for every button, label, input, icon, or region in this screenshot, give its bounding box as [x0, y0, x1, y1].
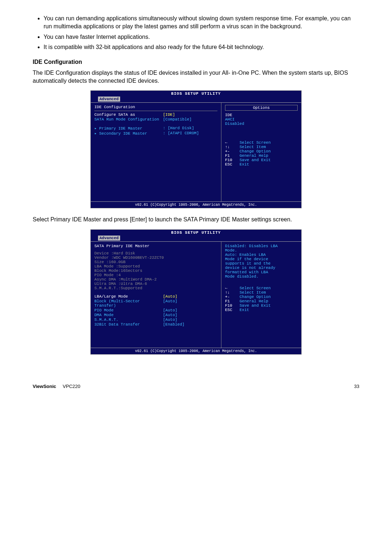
footer-model: VPC220 [63, 384, 80, 389]
bullet-item: You can run demanding applications simul… [44, 15, 359, 31]
bios-tab-bar: Advanced [91, 236, 301, 241]
bios-setting-label: SATA Run Mode Configuration [94, 117, 163, 122]
bios-tab-advanced: Advanced [98, 97, 120, 102]
bios-info-line: PIO Mode :4 [94, 273, 217, 277]
bios-info-line: S.M.A.R.T.:Supported [94, 286, 217, 290]
legend-key: ← [225, 286, 240, 290]
legend-key: F10 [225, 303, 240, 308]
legend-action: Select Item [240, 145, 266, 149]
bios-setting-label: Block (Multi-Sector Transfer) [94, 299, 163, 308]
bios-setting-value: [Auto] [163, 299, 217, 308]
bios-info-line: Device :Hard Disk [94, 251, 217, 255]
bios-info-line: Async DMA :MultiWord DMA-2 [94, 277, 217, 282]
mid-paragraph: Select Primary IDE Master and press [Ent… [33, 216, 359, 224]
bios-footer: v02.61 (C)Copyright 1985-2006, American … [91, 348, 301, 354]
bios-footer: v02.61 (C)Copyright 1985-2006, American … [91, 202, 301, 208]
legend-action: Change Option [240, 149, 271, 154]
bios-submenu-label: ▸ Secondary IDE Master [94, 131, 163, 136]
bios-setting-value: [Auto] [163, 318, 217, 322]
legend-action: Save and Exit [240, 158, 271, 162]
bios-setting-value: [IDE] [163, 113, 217, 117]
bios-right-panel: Disabled: Disables LBA Mode. Auto: Enabl… [221, 242, 301, 348]
bios-title: BIOS SETUP UTILITY [91, 230, 301, 236]
bios-info-line: Size :160.0GB [94, 260, 217, 264]
bios-setting-value: [Enabled] [163, 322, 217, 327]
bios-options-heading: Options [225, 105, 298, 111]
bios-screenshot-sata-primary: BIOS SETUP UTILITY Advanced SATA Primary… [90, 229, 302, 355]
legend-key: +- [225, 149, 240, 154]
page-footer: ViewSonic VPC220 33 [33, 384, 359, 389]
bios-panel-title: SATA Primary IDE Master [94, 244, 217, 248]
legend-key: F10 [225, 158, 240, 162]
legend-key: ← [225, 140, 240, 145]
bios-setting-value: [Auto] [163, 313, 217, 317]
legend-action: Save and Exit [240, 303, 271, 308]
bios-setting-label: S.M.A.R.T. [94, 318, 163, 322]
bios-info-line: Block Mode:16Sectors [94, 269, 217, 273]
legend-key: ESC [225, 308, 240, 312]
bios-setting-label: LBA/Large Mode [94, 294, 163, 299]
bios-help-line: supports it and the [225, 261, 298, 266]
bios-left-panel: SATA Primary IDE Master Device :Hard Dis… [91, 242, 221, 348]
bios-help-line: Auto: Enables LBA [225, 253, 298, 257]
legend-action: Select Screen [240, 286, 271, 290]
bios-panel-title: IDE Configuration [94, 105, 217, 109]
bios-option: AHCI [225, 117, 298, 122]
legend-key: F1 [225, 299, 240, 303]
footer-page-number: 33 [354, 384, 359, 389]
bios-setting-value: [Auto] [163, 294, 217, 299]
bullet-list: You can run demanding applications simul… [33, 15, 359, 52]
bios-help-line: Disabled: Disables LBA [225, 244, 298, 248]
legend-key: F1 [225, 154, 240, 158]
bios-option: IDE [225, 113, 298, 117]
bios-tab-bar: Advanced [91, 97, 301, 102]
section-paragraph: The IDE Configuration displays the statu… [33, 69, 359, 85]
bios-setting-label: PIO Mode [94, 308, 163, 312]
bios-help-line: Mode if the device [225, 257, 298, 261]
bios-info-line: LBA Mode :Supported [94, 264, 217, 269]
legend-action: Exit [240, 162, 249, 167]
bios-info-line: Ultra DMA :Ultra DMA-6 [94, 282, 217, 286]
bios-submenu-label: ▸ Primary IDE Master [94, 126, 163, 131]
bios-setting-label: Configure SATA as [94, 113, 163, 117]
bios-help-line: Mode disabled. [225, 274, 298, 279]
bios-right-panel: Options IDE AHCI Disabled ←Select Screen… [221, 103, 301, 201]
bios-screenshot-ide-config: BIOS SETUP UTILITY Advanced IDE Configur… [90, 90, 302, 208]
legend-key: ↑↓ [225, 290, 240, 295]
bios-submenu-value: : [ATAPI CDROM] [163, 131, 217, 136]
bios-info-line: Vendor :WDC WD1600BEVT-22ZCT0 [94, 255, 217, 260]
bios-left-panel: IDE Configuration Configure SATA as [IDE… [91, 103, 221, 201]
bios-setting-value: [Compatible] [163, 117, 217, 122]
bullet-item: It is compatible with 32-bit application… [44, 43, 359, 51]
footer-brand: ViewSonic [33, 384, 56, 389]
bios-setting-value: [Auto] [163, 308, 217, 312]
legend-action: Exit [240, 308, 249, 312]
bios-help-line: Mode. [225, 248, 298, 253]
bios-tab-advanced: Advanced [98, 236, 120, 241]
legend-action: Select Item [240, 290, 266, 295]
bios-help-line: formatted with LBA [225, 270, 298, 274]
bios-title: BIOS SETUP UTILITY [91, 91, 301, 97]
section-heading: IDE Configuration [33, 59, 359, 65]
legend-key: ↑↓ [225, 145, 240, 149]
legend-key: +- [225, 295, 240, 299]
legend-action: Change Option [240, 295, 271, 299]
bios-key-legend: ←Select Screen ↑↓Select Item +-Change Op… [225, 140, 298, 167]
legend-action: Select Screen [240, 140, 271, 145]
bios-key-legend: ←Select Screen ↑↓Select Item +-Change Op… [225, 286, 298, 312]
bios-setting-label: DMA Mode [94, 313, 163, 317]
bios-option: Disabled [225, 122, 298, 126]
legend-key: ESC [225, 162, 240, 167]
bios-help-line: device is not already [225, 266, 298, 270]
bios-setting-label: 32Bit Data Transfer [94, 322, 163, 327]
legend-action: General Help [240, 299, 268, 303]
bullet-item: You can have faster Internet application… [44, 33, 359, 41]
legend-action: General Help [240, 154, 268, 158]
bios-submenu-value: : [Hard Disk] [163, 126, 217, 131]
